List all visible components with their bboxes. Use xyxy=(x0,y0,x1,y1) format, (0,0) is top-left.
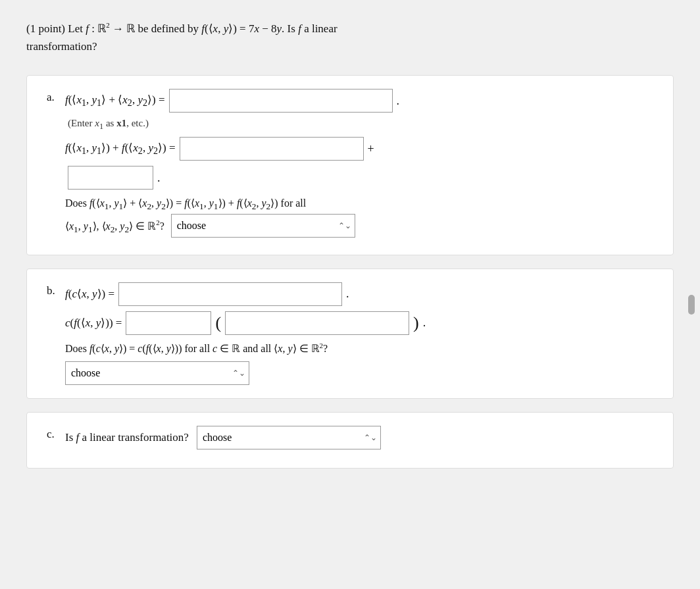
part-a-hint: (Enter x1 as x1, etc.) xyxy=(68,118,653,132)
part-b-line1-pre: f(c⟨x, y⟩) = xyxy=(65,287,114,301)
part-b-does-text: Does f(c⟨x, y⟩) = c(f(⟨x, y⟩)) for all c… xyxy=(65,340,653,357)
part-b-line1-dot: . xyxy=(346,287,349,301)
question-header: (1 point) Let f : ℝ2 → ℝ be defined by f… xyxy=(26,20,674,55)
part-b-line2-pre: c(f(⟨x, y⟩)) = xyxy=(65,316,122,330)
point-label: (1 point) Let f : ℝ2 → ℝ be defined by f… xyxy=(26,22,338,35)
part-b-choose-row: choose Yes No xyxy=(65,361,653,385)
scrollbar[interactable] xyxy=(688,295,695,315)
part-a-choose-select[interactable]: choose Yes No xyxy=(171,214,355,238)
part-b-input3[interactable] xyxy=(225,311,409,335)
part-a-input1[interactable] xyxy=(169,89,393,113)
part-c-choose-select[interactable]: choose Yes No xyxy=(197,426,381,449)
part-a-line2-pre: f(⟨x1, y1⟩) + f(⟨x2, y2⟩) = xyxy=(65,141,176,157)
part-a-section: a. f(⟨x1, y1⟩ + ⟨x2, y2⟩) = . (Enter x1 … xyxy=(26,75,674,255)
part-b-choose-wrapper[interactable]: choose Yes No xyxy=(65,361,249,385)
part-b-line2: c(f(⟨x, y⟩)) = ( ) . xyxy=(65,311,653,335)
part-a-content: f(⟨x1, y1⟩ + ⟨x2, y2⟩) = . (Enter x1 as … xyxy=(65,89,653,242)
part-c-label: c. xyxy=(47,428,60,441)
part-b-choose-select[interactable]: choose Yes No xyxy=(65,361,249,385)
part-a-label: a. xyxy=(47,91,60,104)
part-a-line2: f(⟨x1, y1⟩) + f(⟨x2, y2⟩) = + xyxy=(65,137,653,161)
part-b-content: f(c⟨x, y⟩) = . c(f(⟨x, y⟩)) = ( ) . Does… xyxy=(65,282,653,385)
part-a-plus: + xyxy=(368,142,374,156)
part-b-paren-open: ( xyxy=(215,315,221,332)
part-a-line3: . xyxy=(68,166,653,190)
question-continuation: transformation? xyxy=(26,40,97,53)
part-a-choose-wrapper[interactable]: choose Yes No xyxy=(171,214,355,238)
part-a-line1-pre: f(⟨x1, y1⟩ + ⟨x2, y2⟩) = xyxy=(65,93,165,109)
part-a-line1: f(⟨x1, y1⟩ + ⟨x2, y2⟩) = . xyxy=(65,89,653,113)
part-b-input1[interactable] xyxy=(118,282,342,306)
part-c-line1: Is f a linear transformation? choose Yes… xyxy=(65,426,653,449)
part-a-input3[interactable] xyxy=(68,166,153,190)
part-a-line1-dot: . xyxy=(397,94,400,108)
part-a-line3-dot: . xyxy=(157,171,161,185)
part-b-input2[interactable] xyxy=(126,311,211,335)
part-c-choose-wrapper[interactable]: choose Yes No xyxy=(197,426,381,449)
part-c-question-text: Is f a linear transformation? xyxy=(65,431,189,444)
part-b-line1: f(c⟨x, y⟩) = . xyxy=(65,282,653,306)
part-a-does-text: Does f(⟨x1, y1⟩ + ⟨x2, y2⟩) = f(⟨x1, y1⟩… xyxy=(65,195,653,238)
part-c-content: Is f a linear transformation? choose Yes… xyxy=(65,426,653,455)
part-b-label: b. xyxy=(47,284,60,297)
part-b-section: b. f(c⟨x, y⟩) = . c(f(⟨x, y⟩)) = ( ) . xyxy=(26,269,674,399)
part-c-section: c. Is f a linear transformation? choose … xyxy=(26,412,674,469)
part-a-input2[interactable] xyxy=(180,137,364,161)
part-b-line2-dot: . xyxy=(423,316,426,330)
part-b-paren-close: ) xyxy=(413,315,419,332)
